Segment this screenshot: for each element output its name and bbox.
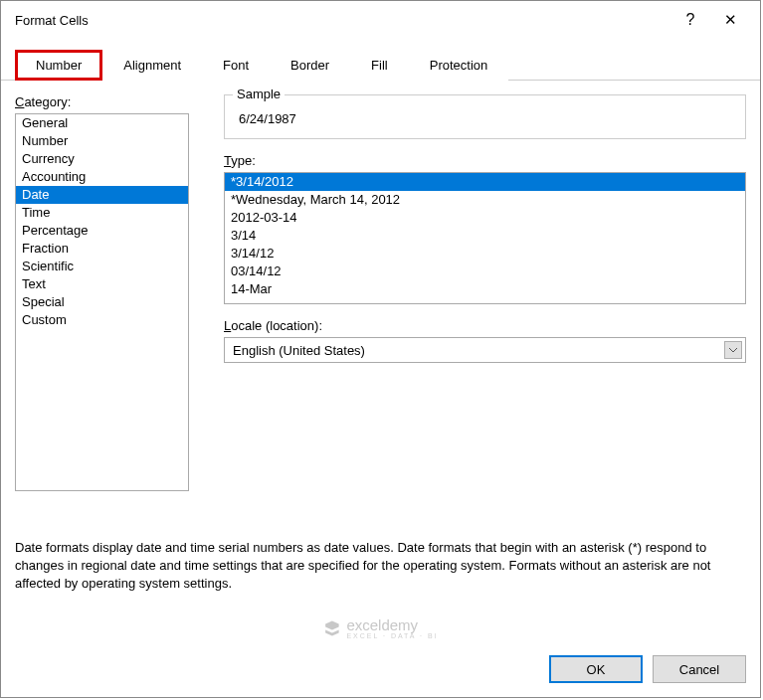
right-section: Sample 6/24/1987 Type: *3/14/2012 *Wedne… — [224, 94, 746, 363]
category-item-number[interactable]: Number — [16, 132, 188, 150]
locale-select[interactable]: English (United States) — [224, 337, 746, 363]
help-button[interactable]: ? — [670, 11, 710, 29]
watermark-tagline: EXCEL · DATA · BI — [346, 632, 438, 639]
category-item-general[interactable]: General — [16, 114, 188, 132]
locale-value: English (United States) — [233, 343, 365, 358]
type-list[interactable]: *3/14/2012 *Wednesday, March 14, 2012 20… — [224, 172, 746, 304]
tab-alignment[interactable]: Alignment — [102, 50, 202, 81]
watermark-name: exceldemy — [346, 616, 418, 633]
watermark: exceldemy EXCEL · DATA · BI — [322, 617, 438, 639]
category-label: Category: — [15, 94, 196, 109]
type-item-0[interactable]: *3/14/2012 — [225, 173, 745, 191]
type-item-1[interactable]: *Wednesday, March 14, 2012 — [225, 191, 745, 209]
watermark-icon — [322, 619, 340, 637]
tab-content-number: Category: General Number Currency Accoun… — [1, 81, 760, 607]
sample-label: Sample — [233, 87, 285, 101]
category-item-fraction[interactable]: Fraction — [16, 240, 188, 258]
tab-border[interactable]: Border — [270, 50, 350, 81]
tab-bar: Number Alignment Font Border Fill Protec… — [1, 49, 760, 81]
tab-font[interactable]: Font — [202, 50, 270, 81]
tab-number[interactable]: Number — [15, 50, 102, 81]
tab-fill[interactable]: Fill — [350, 50, 409, 81]
category-item-date[interactable]: Date — [16, 186, 188, 204]
category-item-scientific[interactable]: Scientific — [16, 258, 188, 275]
category-item-special[interactable]: Special — [16, 293, 188, 311]
locale-label: Locale (location): — [224, 318, 746, 333]
type-item-5[interactable]: 03/14/12 — [225, 262, 745, 280]
type-item-6[interactable]: 14-Mar — [225, 280, 745, 298]
chevron-down-icon[interactable] — [724, 341, 742, 359]
category-item-time[interactable]: Time — [16, 204, 188, 222]
sample-box: Sample 6/24/1987 — [224, 94, 746, 139]
tab-protection[interactable]: Protection — [409, 50, 509, 81]
category-list[interactable]: General Number Currency Accounting Date … — [15, 113, 189, 491]
category-section: Category: General Number Currency Accoun… — [15, 94, 196, 491]
description-text: Date formats display date and time seria… — [15, 491, 746, 593]
dialog-title: Format Cells — [11, 13, 670, 28]
format-cells-dialog: Format Cells ? ✕ Number Alignment Font B… — [0, 0, 761, 698]
close-button[interactable]: ✕ — [710, 11, 750, 29]
category-item-percentage[interactable]: Percentage — [16, 222, 188, 240]
titlebar: Format Cells ? ✕ — [1, 1, 760, 39]
category-item-currency[interactable]: Currency — [16, 150, 188, 168]
button-bar: OK Cancel — [549, 655, 746, 683]
type-item-4[interactable]: 3/14/12 — [225, 245, 745, 262]
cancel-button[interactable]: Cancel — [653, 655, 746, 683]
category-item-custom[interactable]: Custom — [16, 311, 188, 329]
type-label: Type: — [224, 153, 746, 168]
category-item-text[interactable]: Text — [16, 275, 188, 293]
type-item-3[interactable]: 3/14 — [225, 227, 745, 245]
type-item-2[interactable]: 2012-03-14 — [225, 209, 745, 227]
sample-value: 6/24/1987 — [235, 105, 735, 126]
category-item-accounting[interactable]: Accounting — [16, 168, 188, 186]
ok-button[interactable]: OK — [549, 655, 643, 683]
